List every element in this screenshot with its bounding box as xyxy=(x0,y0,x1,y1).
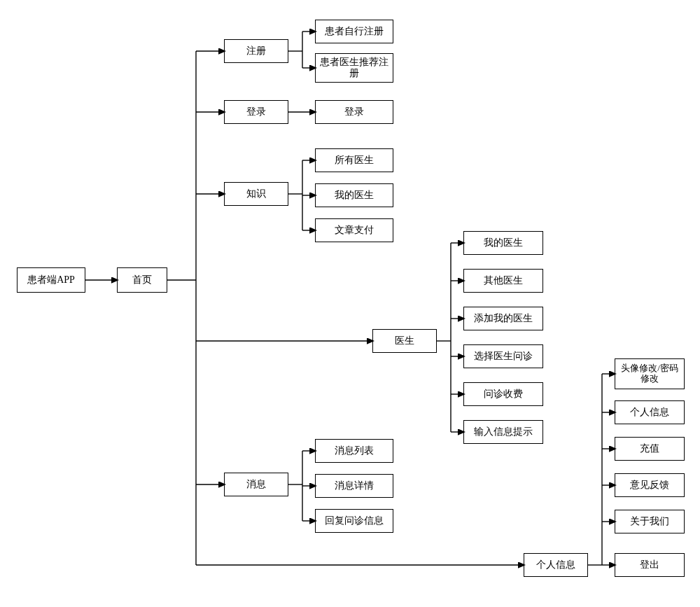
tree-diagram: 患者端APP 首页 注册 患者自行注册 患者医生推荐注册 登录 登录 知识 所有… xyxy=(0,0,700,607)
connectors xyxy=(0,0,700,607)
